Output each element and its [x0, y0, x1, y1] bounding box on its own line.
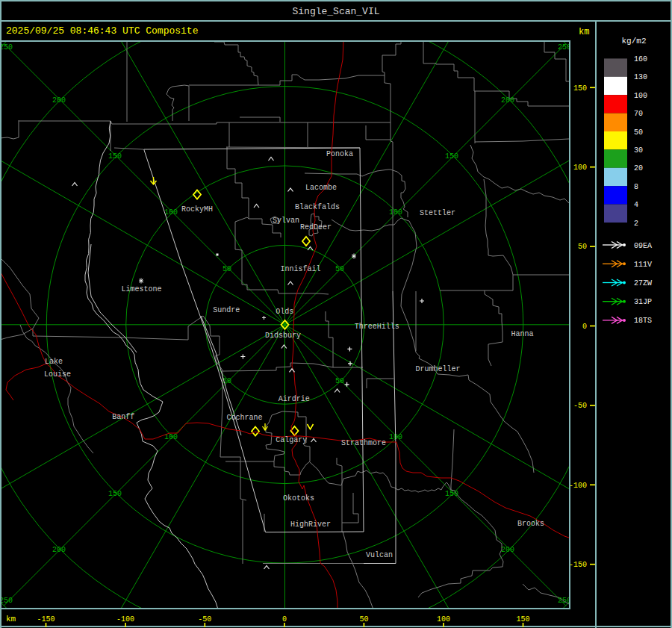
svg-text:130: 130	[634, 73, 647, 81]
svg-text:Sundre: Sundre	[213, 306, 240, 314]
svg-text:Drumheller: Drumheller	[415, 365, 460, 373]
svg-text:30: 30	[634, 146, 643, 155]
svg-text:50: 50	[634, 128, 643, 137]
svg-text:-150: -150	[37, 615, 55, 624]
svg-text:Hanna: Hanna	[511, 330, 534, 338]
svg-text:200: 200	[501, 96, 514, 105]
svg-text:Ponoka: Ponoka	[326, 150, 353, 158]
svg-text:Lacombe: Lacombe	[305, 184, 337, 192]
svg-text:111V: 111V	[634, 261, 652, 269]
svg-text:20: 20	[634, 164, 643, 172]
svg-text:4: 4	[634, 201, 638, 209]
svg-text:250: 250	[0, 43, 13, 52]
svg-text:2025/09/25 08:46:43 UTC Compos: 2025/09/25 08:46:43 UTC Composite	[6, 25, 198, 37]
svg-text:Innisfail: Innisfail	[281, 265, 321, 273]
svg-text:50: 50	[335, 377, 344, 385]
svg-text:200: 200	[501, 546, 514, 554]
svg-text:70: 70	[634, 110, 643, 118]
svg-text:200: 200	[52, 546, 66, 554]
svg-text:250: 250	[0, 597, 13, 605]
svg-text:150: 150	[108, 490, 122, 498]
svg-text:2: 2	[634, 220, 638, 228]
svg-text:100: 100	[437, 615, 450, 624]
svg-text:100: 100	[634, 92, 647, 100]
svg-text:Banff: Banff	[112, 413, 134, 421]
svg-text:Sylvan: Sylvan	[273, 217, 299, 225]
svg-text:50: 50	[335, 265, 344, 273]
svg-text:150: 150	[573, 84, 587, 93]
svg-text:0: 0	[582, 323, 587, 331]
svg-text:Limestone: Limestone	[122, 285, 162, 293]
svg-text:kg/m2: kg/m2	[621, 37, 646, 46]
svg-text:Blackfalds: Blackfalds	[295, 203, 340, 211]
svg-text:Vulcan: Vulcan	[366, 551, 393, 559]
svg-text:50: 50	[359, 615, 368, 624]
svg-text:18TS: 18TS	[634, 317, 652, 325]
svg-text:100: 100	[164, 208, 178, 217]
svg-text:200: 200	[52, 96, 66, 105]
svg-text:160: 160	[634, 55, 647, 63]
svg-text:150: 150	[445, 490, 458, 498]
svg-text:150: 150	[516, 615, 529, 624]
svg-text:-50: -50	[573, 402, 587, 410]
svg-text:km: km	[579, 27, 589, 37]
svg-text:0: 0	[282, 615, 287, 624]
svg-text:Okotoks: Okotoks	[283, 494, 314, 503]
svg-text:-50: -50	[198, 615, 211, 624]
svg-text:27ZW: 27ZW	[634, 279, 652, 287]
svg-text:100: 100	[573, 164, 587, 172]
svg-text:Calgary: Calgary	[276, 436, 307, 444]
svg-text:km: km	[6, 615, 16, 624]
svg-text:-100: -100	[569, 482, 587, 490]
svg-text:-100: -100	[116, 615, 134, 624]
svg-text:Lake: Lake	[45, 358, 63, 366]
svg-text:Single_Scan_VIL: Single_Scan_VIL	[292, 6, 379, 17]
svg-text:ThreeHills: ThreeHills	[355, 323, 399, 331]
svg-text:8: 8	[634, 183, 638, 191]
svg-text:09EA: 09EA	[634, 242, 652, 250]
svg-text:Cochrane: Cochrane	[227, 414, 263, 422]
svg-text:Airdrie: Airdrie	[279, 395, 310, 403]
svg-text:50: 50	[223, 265, 231, 273]
svg-text:31JP: 31JP	[634, 298, 652, 306]
svg-text:150: 150	[108, 152, 122, 161]
svg-text:-150: -150	[569, 561, 587, 569]
svg-text:RedDeer: RedDeer	[300, 223, 332, 231]
svg-text:HighRiver: HighRiver	[290, 520, 331, 529]
svg-text:Brooks: Brooks	[517, 520, 544, 528]
svg-text:150: 150	[445, 152, 458, 161]
svg-text:Strathmore: Strathmore	[341, 439, 386, 447]
svg-text:100: 100	[389, 208, 402, 217]
svg-text:Didsbury: Didsbury	[265, 332, 301, 340]
svg-text:RockyMH: RockyMH	[181, 205, 213, 214]
svg-text:50: 50	[578, 243, 587, 251]
svg-text:Louise: Louise	[44, 370, 71, 379]
svg-text:Stettler: Stettler	[420, 209, 455, 217]
svg-text:Olds: Olds	[276, 308, 293, 316]
